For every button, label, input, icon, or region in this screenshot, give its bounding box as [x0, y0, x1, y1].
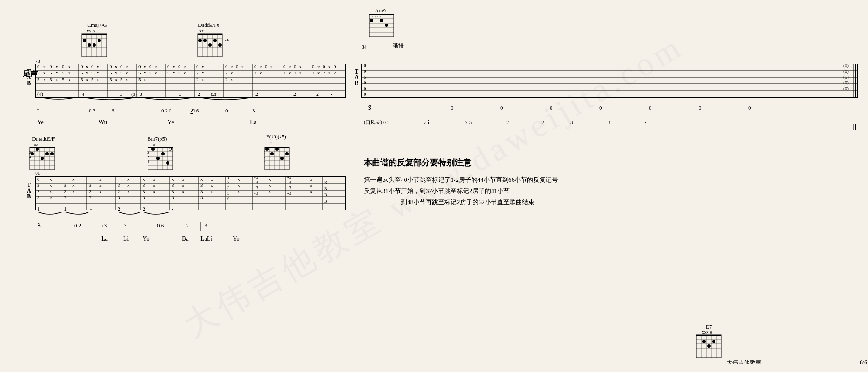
- chord-dadd9-name: Dadd9/F#: [198, 22, 220, 28]
- svg-text:2: 2: [225, 77, 228, 82]
- svg-text:x: x: [182, 189, 184, 194]
- svg-point-42: [370, 19, 373, 22]
- svg-text:x: x: [99, 176, 102, 181]
- solfege-7-5: 7 5: [465, 119, 472, 125]
- solfege-2b: 2: [506, 119, 509, 125]
- svg-text:x: x: [97, 64, 99, 69]
- chord-bm7b5-diagram: 1 3 2 4: [147, 146, 173, 170]
- chord-cmaj7g-mute: xx o: [87, 28, 95, 33]
- svg-text:3: 3: [324, 186, 327, 191]
- svg-text:2: 2: [196, 77, 199, 82]
- svg-text:-3: -3: [254, 185, 258, 190]
- solfege-2i6: 2̲î 6 .: [190, 107, 202, 114]
- svg-text:x: x: [289, 70, 291, 75]
- svg-text:3: 3: [143, 189, 145, 194]
- lyric-la2: La: [101, 235, 108, 242]
- svg-point-358: [707, 344, 711, 348]
- svg-point-27: [208, 43, 212, 47]
- svg-text:x: x: [50, 176, 52, 181]
- page: 大伟吉他教室 www.daweijita.com 尾声 Cmaj7/G xx o: [0, 0, 868, 372]
- svg-text:0: 0: [120, 64, 123, 69]
- svg-text:⌢: ⌢: [269, 140, 272, 145]
- svg-text:x: x: [299, 64, 302, 69]
- solfege-0-r3: 0: [500, 105, 503, 111]
- solfege-dash-r1: -: [401, 105, 403, 111]
- svg-text:5: 5: [62, 77, 64, 82]
- svg-text:0: 0: [167, 64, 170, 69]
- svg-text:x: x: [238, 176, 240, 181]
- svg-text:5: 5: [81, 70, 83, 75]
- svg-text:3: 3: [172, 195, 174, 200]
- svg-text:x: x: [202, 70, 204, 75]
- svg-text:3: 3: [143, 183, 145, 188]
- svg-text:2: 2: [64, 189, 67, 194]
- footer-brand: 大伟吉他教室: [727, 360, 761, 364]
- svg-point-11: [88, 43, 91, 47]
- chinese-line-2: 反复从31小节开始，到37小节跳至标记2房子的41小节: [364, 186, 591, 197]
- svg-text:2: 2: [254, 70, 257, 75]
- svg-text:3: 3: [64, 183, 67, 188]
- svg-text:x: x: [184, 70, 186, 75]
- svg-text:x: x: [328, 64, 331, 69]
- chord-bm7b5-name: Bm7(♭5): [148, 136, 167, 142]
- svg-text:-3: -3: [254, 180, 258, 185]
- svg-text:3: 3: [200, 195, 203, 200]
- solfege-dash4: -: [144, 107, 145, 114]
- chord-e9-diagram: 1 3 2 4: [264, 146, 289, 170]
- svg-text:3: 3: [37, 195, 40, 200]
- svg-text:0: 0: [294, 64, 296, 69]
- svg-text:x: x: [317, 64, 320, 69]
- solfege-2c: 2: [541, 119, 544, 125]
- solfege-3-la: 3: [252, 107, 255, 114]
- svg-text:x: x: [86, 64, 88, 69]
- svg-text:0: 0: [236, 64, 238, 69]
- svg-text:5: 5: [167, 70, 170, 75]
- measure-81: 81: [35, 170, 40, 176]
- svg-point-248: [280, 157, 284, 160]
- svg-text:3: 3: [89, 195, 91, 200]
- svg-text:3: 3: [37, 183, 40, 188]
- tab-label-bottom: T: [27, 182, 31, 188]
- svg-text:x: x: [115, 70, 117, 75]
- svg-text:x: x: [238, 183, 240, 188]
- svg-text:1: 1: [147, 146, 149, 150]
- solfege-3-dot: 3 .: [570, 119, 576, 125]
- svg-text:5: 5: [364, 74, 366, 79]
- svg-text:x: x: [97, 77, 99, 82]
- svg-text:2: 2: [198, 91, 200, 97]
- svg-text:0: 0: [37, 176, 40, 181]
- svg-text:3: 3: [324, 192, 327, 197]
- solfege-0-r6: 0: [649, 105, 652, 111]
- chord-am9-diagram: [369, 14, 394, 37]
- svg-text:2: 2: [334, 70, 336, 75]
- svg-text:1: 1: [37, 206, 40, 212]
- svg-text:3: 3: [118, 183, 120, 188]
- solfege-i-hat: î: [37, 107, 39, 114]
- svg-text:0: 0: [364, 80, 366, 85]
- svg-text:x: x: [56, 64, 58, 69]
- svg-text:0: 0: [283, 64, 286, 69]
- svg-text:5: 5: [37, 77, 40, 82]
- solfege-3-end: 3: [608, 119, 610, 125]
- svg-text:1-4-: 1-4-: [223, 38, 229, 42]
- svg-text:3: 3: [227, 191, 230, 196]
- svg-text:-3: -3: [287, 185, 291, 190]
- chord-e7-diagram: [696, 335, 721, 358]
- svg-text:3: 3: [324, 180, 327, 185]
- svg-text:x: x: [68, 64, 71, 69]
- svg-point-206: [31, 152, 34, 155]
- svg-text:x: x: [202, 77, 204, 82]
- svg-text:x: x: [173, 64, 175, 69]
- svg-point-26: [203, 39, 207, 42]
- svg-point-207: [36, 148, 39, 151]
- chord-e9-name: E(♯9)(♯5): [266, 134, 286, 140]
- svg-text:5: 5: [178, 70, 181, 75]
- svg-text:x: x: [173, 70, 175, 75]
- a-label-right: A: [355, 74, 359, 81]
- svg-text:-3: -3: [287, 191, 291, 196]
- svg-text:0: 0: [323, 64, 325, 69]
- svg-text:0: 0: [312, 64, 315, 69]
- lyric-la: La: [250, 119, 257, 125]
- svg-text:3: 3: [200, 189, 203, 194]
- svg-text:-: -: [90, 206, 92, 212]
